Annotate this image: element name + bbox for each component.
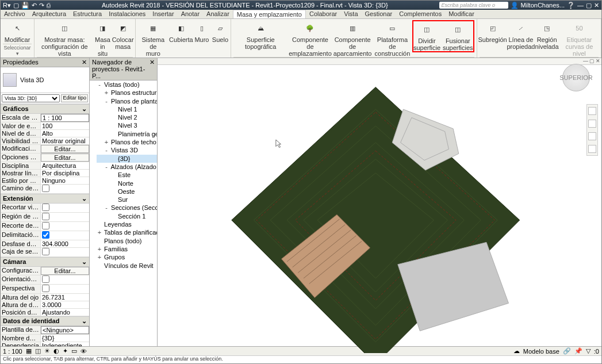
minimize-icon[interactable]: —	[577, 2, 584, 9]
componente-aparcamiento-button[interactable]: ▥Componente deaparcamiento	[332, 20, 373, 57]
muro-cortina-button[interactable]: ▦Sistema demuro cortina	[138, 20, 168, 64]
tree-item[interactable]: + Tablas de planificación/Cantida	[97, 228, 157, 236]
tree-item[interactable]: Oeste	[97, 187, 157, 196]
masa-in-situ-button[interactable]: ◨Masain situ	[94, 20, 110, 57]
tree-item[interactable]: - Alzados (Alzado 1)	[97, 163, 157, 171]
tree-expander-icon[interactable]: -	[97, 81, 102, 89]
prop-section-header[interactable]: Gráficos⌄	[1, 104, 89, 114]
tab-modificar[interactable]: Modificar	[445, 10, 478, 18]
vc-shadows-icon[interactable]: ◐	[53, 347, 59, 355]
qat-open-icon[interactable]: ▢	[13, 2, 19, 9]
vc-hide-icon[interactable]: 👁	[80, 348, 87, 355]
project-browser-tree[interactable]: - Vistas (todo)+ Planos estructurales- P…	[90, 81, 157, 270]
tree-item[interactable]: Leyendas	[97, 220, 157, 228]
prop-value[interactable]: Editar...	[41, 145, 89, 153]
linea-propiedad-button[interactable]: ⟋Línea depropiedad	[508, 20, 534, 50]
tree-expander-icon[interactable]: +	[97, 253, 102, 261]
prop-value[interactable]: <Ninguno>	[41, 326, 89, 334]
prop-value[interactable]: 26.7231	[41, 294, 89, 301]
vc-crop-icon[interactable]: ▭	[71, 347, 77, 355]
prop-value[interactable]: Independiente	[41, 342, 89, 346]
vc-visual-style-icon[interactable]: ◫	[35, 347, 41, 355]
dividir-superficie-button[interactable]: ◫Dividirsuperficie	[413, 21, 440, 51]
qat-save-icon[interactable]: 💾	[21, 2, 29, 9]
subregion-button[interactable]: ◰Subregión	[480, 20, 506, 43]
prop-checkbox[interactable]	[42, 204, 49, 211]
prop-value[interactable]: Mostrar original	[41, 137, 89, 144]
colocar-masa-button[interactable]: ◩Colocarmasa	[113, 20, 132, 50]
tree-expander-icon[interactable]: +	[97, 228, 102, 236]
prop-value[interactable]: Ninguno	[41, 177, 89, 184]
viewport-min-icon[interactable]: —	[583, 58, 588, 64]
tab-arquitectura[interactable]: Arquitectura	[29, 10, 70, 18]
tab-estructura[interactable]: Estructura	[70, 10, 105, 18]
tree-item[interactable]: Nivel 1	[97, 105, 157, 113]
tab-masa-y-emplazamiento[interactable]: Masa y emplazamiento	[233, 10, 306, 18]
tree-expander-icon[interactable]: -	[103, 163, 109, 171]
prop-value[interactable]: Ajustando	[41, 309, 89, 316]
maximize-icon[interactable]: ▢	[586, 2, 592, 9]
prop-value[interactable]: 100	[41, 122, 89, 129]
viewport-canvas[interactable]	[158, 65, 601, 353]
nav-pan-icon[interactable]	[588, 120, 596, 128]
tree-expander-icon[interactable]: +	[103, 89, 109, 97]
qat-redo-icon[interactable]: ↷	[39, 2, 44, 9]
tree-item[interactable]: Sur	[97, 196, 157, 204]
tree-item[interactable]: Vínculos de Revit	[97, 262, 157, 270]
tree-item[interactable]: + Planos estructurales	[97, 89, 157, 97]
prop-value[interactable]: 3.0000	[41, 301, 89, 308]
prop-value[interactable]: {3D}	[41, 335, 89, 342]
prop-value[interactable]	[41, 213, 89, 221]
prop-value[interactable]	[41, 222, 89, 231]
prop-value[interactable]: Por disciplina	[41, 170, 89, 177]
tree-item[interactable]: {3D}	[97, 155, 157, 163]
tree-item[interactable]: Planimetría general	[97, 130, 157, 138]
prop-checkbox[interactable]	[42, 285, 49, 292]
signin-icon[interactable]: 👤	[511, 2, 519, 9]
tree-item[interactable]: - Planos de planta	[97, 97, 157, 105]
modificar-button[interactable]: ↖Modificar	[5, 20, 30, 43]
tab-complementos[interactable]: Complementos	[396, 10, 445, 18]
tree-expander-icon[interactable]: +	[97, 245, 102, 253]
qat-print-icon[interactable]: ⎙	[47, 2, 51, 9]
tree-item[interactable]: Sección 1	[97, 212, 157, 220]
user-name[interactable]: MiltonChanes...	[521, 2, 565, 9]
tree-item[interactable]: - Vistas (todo)	[97, 81, 157, 89]
viewport-close-icon[interactable]: ✕	[596, 58, 600, 64]
prop-value[interactable]	[41, 248, 89, 256]
close-icon[interactable]: ✕	[594, 2, 599, 9]
prop-value[interactable]: 1 : 100	[41, 114, 89, 122]
tree-item[interactable]: + Planos de techo	[97, 138, 157, 146]
prop-checkbox[interactable]	[42, 231, 49, 239]
prop-value[interactable]: 304.8000	[41, 240, 89, 247]
suelo-button[interactable]: ▱Suelo	[212, 20, 228, 43]
prop-checkbox[interactable]	[42, 222, 49, 229]
tree-expander-icon[interactable]: -	[103, 146, 109, 154]
plataforma-construccion-button[interactable]: ▭Plataforma deconstrucción	[375, 20, 410, 57]
tree-item[interactable]: Norte	[97, 179, 157, 187]
prop-checkbox[interactable]	[42, 185, 49, 192]
prop-checkbox[interactable]	[42, 213, 49, 220]
prop-value[interactable]	[41, 185, 89, 193]
tab-vista[interactable]: Vista	[340, 10, 361, 18]
prop-checkbox[interactable]	[42, 275, 49, 283]
search-input[interactable]: Escriba palabra clave o frase	[439, 2, 508, 9]
prop-value[interactable]: Editar...	[41, 267, 89, 275]
prop-value[interactable]: Editar...	[41, 154, 89, 162]
instance-selector[interactable]: Vista 3D: {3D}	[2, 94, 60, 102]
help-icon[interactable]: ❔	[567, 2, 575, 9]
prop-value[interactable]: Alto	[41, 130, 89, 137]
edit-type-button[interactable]: Editar tipo	[61, 94, 88, 102]
tree-expander-icon[interactable]: -	[103, 204, 109, 212]
prop-section-header[interactable]: Cámara⌄	[1, 257, 89, 267]
nav-zoom-icon[interactable]	[588, 132, 596, 140]
properties-close-icon[interactable]: ✕	[82, 59, 87, 66]
tree-item[interactable]: Nivel 2	[97, 113, 157, 121]
prop-checkbox[interactable]	[42, 248, 49, 255]
viewport-3d[interactable]: — ▢ ✕	[158, 58, 601, 346]
tab-insertar[interactable]: Insertar	[149, 10, 177, 18]
prop-section-header[interactable]: Extensión⌄	[1, 194, 89, 204]
qat-undo-icon[interactable]: ↶	[32, 2, 37, 9]
tab-analizar[interactable]: Analizar	[203, 10, 233, 18]
nav-wheel-icon[interactable]	[588, 107, 596, 115]
